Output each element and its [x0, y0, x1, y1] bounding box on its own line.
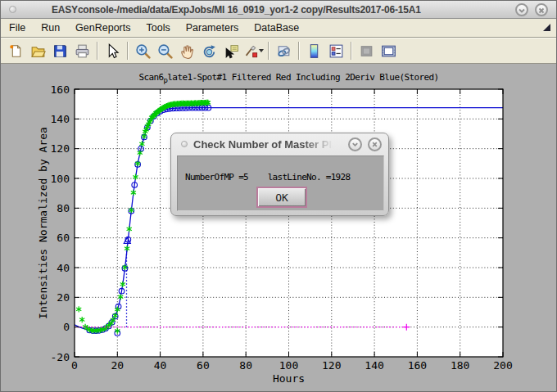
rotate-icon — [201, 43, 218, 60]
check-master-plate-dialog: Check Number of Master Pla NumberOfMP =5… — [170, 133, 389, 216]
colorbar-icon — [306, 43, 323, 60]
link-plot-button[interactable] — [274, 41, 294, 61]
insert-colorbar-button[interactable] — [304, 41, 324, 61]
zoom-in-button[interactable] — [133, 41, 153, 61]
figure-toolbar — [1, 38, 556, 64]
dialog-titlebar: Check Number of Master Pla — [171, 133, 388, 155]
toolbar-separator — [97, 42, 98, 60]
menu-tools[interactable]: Tools — [147, 22, 170, 34]
ok-button[interactable]: OK — [256, 187, 307, 208]
plot-title: Scan6plate1-Spot#1 Filtered Red Includin… — [138, 72, 438, 84]
show-plot-tools-button[interactable] — [378, 41, 399, 61]
window-title: EASYconsole-/media/data/ExpJobs/MI 16_09… — [52, 1, 421, 19]
svg-text:160: 160 — [51, 83, 70, 96]
application-window: EASYconsole-/media/data/ExpJobs/MI 16_09… — [0, 0, 557, 392]
rotate-3d-button[interactable] — [199, 41, 220, 61]
show-plot-tools-icon — [380, 43, 397, 60]
brush-data-button[interactable] — [243, 41, 264, 61]
menubar-grip-icon — [543, 24, 550, 31]
y-axis-label: Intensities Normalized by Area — [37, 127, 49, 319]
svg-text:100: 100 — [279, 359, 298, 372]
window-titlebar: EASYconsole-/media/data/ExpJobs/MI 16_09… — [1, 1, 556, 19]
svg-text:0: 0 — [71, 359, 78, 372]
menu-file[interactable]: File — [9, 22, 25, 34]
svg-text:140: 140 — [365, 359, 383, 372]
brush-dropdown-caret-icon[interactable] — [259, 49, 264, 52]
svg-text:100: 100 — [51, 173, 70, 185]
data-cursor-button[interactable] — [221, 41, 242, 61]
pointer-button[interactable] — [102, 41, 123, 61]
open-folder-icon — [29, 43, 47, 60]
svg-text:200: 200 — [493, 359, 512, 372]
svg-text:80: 80 — [57, 202, 70, 214]
window-shade-button[interactable] — [515, 3, 528, 16]
zoom-out-button[interactable] — [155, 41, 175, 61]
svg-text:0: 0 — [63, 321, 70, 333]
cursor-arrow-icon — [104, 43, 121, 60]
pan-button[interactable] — [177, 41, 197, 61]
y-tick-labels: -20020406080100120140160 — [51, 83, 70, 363]
toolbar-separator — [127, 42, 129, 60]
menu-run[interactable]: Run — [41, 22, 60, 34]
svg-text:160: 160 — [408, 359, 427, 372]
svg-text:-20: -20 — [51, 351, 70, 363]
new-document-icon — [7, 43, 25, 60]
svg-text:80: 80 — [239, 359, 252, 372]
menu-database[interactable]: DataBase — [254, 22, 299, 34]
chevron-down-icon — [351, 140, 360, 149]
svg-text:20: 20 — [111, 359, 124, 372]
close-icon — [537, 6, 546, 16]
open-file-button[interactable] — [28, 41, 48, 61]
insert-legend-button[interactable] — [326, 41, 346, 61]
svg-text:20: 20 — [57, 291, 70, 304]
svg-text:120: 120 — [51, 142, 70, 155]
save-floppy-icon — [52, 43, 69, 60]
toolbar-separator — [351, 42, 352, 60]
toolbar-separator — [298, 42, 300, 60]
window-close-button[interactable] — [535, 3, 548, 16]
dialog-title: Check Number of Master Pla — [193, 133, 334, 155]
svg-text:120: 120 — [322, 359, 341, 372]
x-tick-labels: 020406080100120140160180200 — [71, 359, 513, 372]
dialog-shade-button[interactable] — [348, 137, 362, 151]
menubar: File Run GenReports Tools Parameters Dat… — [1, 19, 556, 38]
x-axis-label: Hours — [273, 372, 305, 385]
dialog-menu-icon[interactable] — [181, 141, 188, 147]
svg-text:180: 180 — [451, 359, 469, 372]
brush-icon — [243, 43, 258, 60]
menu-parameters[interactable]: Parameters — [186, 22, 239, 34]
toolbar-separator — [268, 42, 269, 60]
dialog-message: NumberOfMP =5 lastLineNo. =1928 — [185, 172, 350, 182]
dialog-body: NumberOfMP =5 lastLineNo. =1928 OK — [177, 155, 384, 211]
hide-plot-tools-button[interactable] — [356, 41, 377, 61]
hand-icon — [179, 43, 196, 60]
save-figure-button[interactable] — [50, 41, 70, 61]
new-figure-button[interactable] — [6, 41, 26, 61]
print-figure-button[interactable] — [72, 41, 93, 61]
datatip-icon — [223, 43, 240, 60]
zoom-out-icon — [156, 43, 174, 60]
menu-genreports[interactable]: GenReports — [75, 22, 130, 34]
printer-icon — [74, 43, 91, 60]
plot-axes[interactable]: 020406080100120140160180200-200204060801… — [1, 64, 557, 392]
svg-text:60: 60 — [197, 359, 210, 372]
link-chain-icon — [275, 43, 292, 60]
svg-text:140: 140 — [51, 113, 70, 125]
chevron-down-icon — [517, 6, 527, 16]
zoom-in-icon — [134, 43, 152, 60]
svg-text:40: 40 — [154, 359, 167, 372]
dialog-close-button[interactable] — [368, 137, 382, 151]
close-icon — [370, 140, 379, 149]
window-menu-icon[interactable] — [9, 6, 16, 13]
hide-plot-tools-icon — [358, 43, 375, 60]
legend-icon — [328, 43, 345, 60]
svg-text:60: 60 — [57, 232, 70, 244]
figure-canvas: 020406080100120140160180200-200204060801… — [1, 64, 557, 392]
svg-text:40: 40 — [57, 262, 70, 274]
